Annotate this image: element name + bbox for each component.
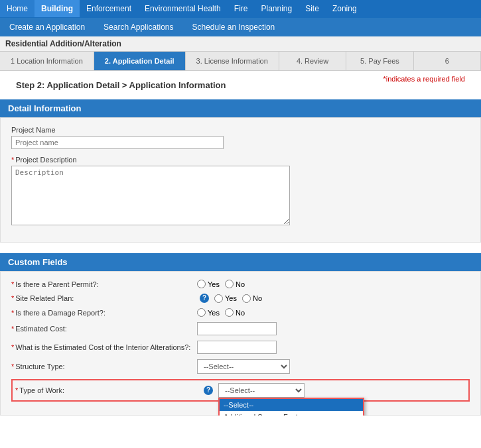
damage-report-label: Is there a Damage Report?: (11, 309, 197, 317)
estimated-cost-label: Estimated Cost: (11, 325, 197, 333)
parent-permit-no[interactable]: No (225, 280, 245, 288)
step-3-label: 3. License Information (196, 57, 268, 65)
parent-permit-yes[interactable]: Yes (197, 280, 220, 288)
detail-information-section: Detail Information Project Name Project … (0, 99, 481, 243)
dropdown-option-additional-sqft[interactable]: Additional Square Footage (220, 411, 363, 416)
interior-cost-row: What is the Estimated Cost of the Interi… (11, 341, 470, 354)
site-related-plan-radios: Yes No (214, 294, 262, 303)
custom-fields-section: Custom Fields Is there a Parent Permit?:… (0, 253, 481, 416)
structure-type-label: Structure Type: (11, 363, 197, 370)
step-4[interactable]: 4. Review (279, 52, 346, 70)
nav-planning[interactable]: Planning (254, 0, 299, 17)
custom-section-header: Custom Fields (0, 253, 481, 271)
step-3[interactable]: 3. License Information (186, 52, 279, 70)
site-related-plan-yes[interactable]: Yes (214, 294, 237, 303)
step-4-label: 4. Review (297, 57, 328, 65)
site-related-plan-info-icon[interactable]: ? (200, 294, 209, 303)
project-name-input[interactable] (11, 136, 224, 149)
nav-zoning[interactable]: Zoning (326, 0, 364, 17)
detail-section-body: Project Name Project Description (0, 117, 481, 243)
type-of-work-label: Type of Work: (15, 386, 201, 394)
site-related-plan-no[interactable]: No (242, 294, 262, 303)
nav-home[interactable]: Home (0, 0, 34, 17)
nav-site[interactable]: Site (299, 0, 326, 17)
type-of-work-dropdown-container: --Select-- Additional Square Footage Add… (218, 383, 305, 398)
project-description-input[interactable] (11, 166, 290, 225)
step-2[interactable]: 2. Application Detail (94, 52, 186, 70)
nav-enforcement[interactable]: Enforcement (80, 0, 138, 17)
parent-permit-label: Is there a Parent Permit?: (11, 280, 197, 288)
interior-cost-label: What is the Estimated Cost of the Interi… (11, 343, 197, 351)
second-navigation: Create an Application Search Application… (0, 17, 481, 36)
nav-create-application[interactable]: Create an Application (0, 18, 94, 36)
page-title: Residential Addition/Alteration (0, 36, 481, 52)
damage-report-radios: Yes No (197, 308, 245, 317)
type-of-work-info-icon[interactable]: ? (204, 386, 213, 395)
step-1[interactable]: 1 Location Information (0, 52, 94, 70)
required-note: *indicates a required field (375, 74, 473, 84)
structure-type-row: Structure Type: --Select-- (11, 359, 470, 374)
step-heading: Step 2: Application Detail > Application… (8, 74, 234, 97)
step-6-label: 6 (445, 57, 449, 65)
estimated-cost-row: Estimated Cost: (11, 322, 470, 335)
estimated-cost-input[interactable] (197, 322, 277, 335)
parent-permit-row: Is there a Parent Permit?: Yes No (11, 280, 470, 288)
nav-schedule-inspection[interactable]: Schedule an Inspection (182, 18, 284, 36)
detail-section-header: Detail Information (0, 99, 481, 117)
nav-search-applications[interactable]: Search Applications (94, 18, 182, 36)
damage-report-no[interactable]: No (225, 308, 245, 317)
step-2-label: 2. Application Detail (105, 57, 174, 65)
nav-environmental-health[interactable]: Environmental Health (138, 0, 228, 17)
custom-section-body: Is there a Parent Permit?: Yes No Site R… (0, 271, 481, 416)
nav-building[interactable]: Building (34, 0, 80, 17)
step-6[interactable]: 6 (414, 52, 481, 70)
top-navigation: Home Building Enforcement Environmental … (0, 0, 481, 17)
type-of-work-row: Type of Work: ? --Select-- Additional Sq… (11, 379, 470, 402)
parent-permit-radios: Yes No (197, 280, 245, 288)
dropdown-option-select[interactable]: --Select-- (220, 399, 363, 411)
site-related-plan-label: Site Related Plan: (11, 294, 197, 302)
structure-type-select[interactable]: --Select-- (197, 359, 290, 374)
project-name-label: Project Name (11, 126, 470, 134)
site-related-plan-row: Site Related Plan: ? Yes No (11, 294, 470, 303)
damage-report-yes[interactable]: Yes (197, 308, 220, 317)
step-5-label: 5. Pay Fees (360, 57, 399, 65)
project-name-field: Project Name (11, 126, 470, 149)
project-description-field: Project Description (11, 156, 470, 227)
steps-bar: 1 Location Information 2. Application De… (0, 52, 481, 71)
project-description-label: Project Description (11, 156, 470, 164)
type-of-work-select[interactable]: --Select-- Additional Square Footage Add… (218, 383, 305, 398)
step-5[interactable]: 5. Pay Fees (346, 52, 413, 70)
step-1-label: 1 Location Information (11, 57, 83, 65)
type-of-work-dropdown-popup: --Select-- Additional Square Footage Add… (218, 398, 364, 416)
damage-report-row: Is there a Damage Report?: Yes No (11, 308, 470, 317)
nav-fire[interactable]: Fire (228, 0, 255, 17)
interior-cost-input[interactable] (197, 341, 277, 354)
